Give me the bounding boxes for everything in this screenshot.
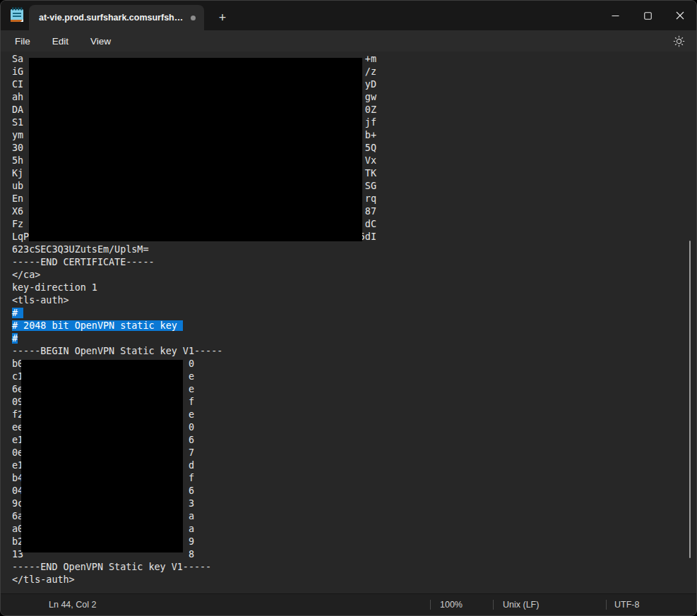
line-ending-type: Unix (LF) (503, 600, 539, 610)
statusbar-divider (493, 600, 494, 610)
minimize-icon (612, 12, 619, 20)
code-line: -----END CERTIFICATE----- (12, 256, 376, 269)
tab-active[interactable]: at-vie.prod.surfshark.comsurfshark (29, 5, 204, 30)
code-line: # 2048 bit OpenVPN static key (12, 320, 376, 332)
statusbar-divider (606, 600, 607, 610)
statusbar-divider (430, 600, 431, 610)
code-line: -----BEGIN OpenVPN Static key V1----- (12, 345, 376, 358)
vertical-scrollbar-thumb[interactable] (689, 241, 691, 558)
menu-item-view[interactable]: View (83, 33, 118, 49)
code-line: <tls-auth> (12, 294, 376, 307)
code-line: # (12, 332, 376, 345)
encoding: UTF-8 (614, 600, 639, 610)
code-line: -----END OpenVPN Static key V1----- (12, 561, 376, 574)
unsaved-dot (191, 16, 196, 20)
minimize-button[interactable] (599, 1, 631, 30)
maximize-button[interactable] (631, 1, 664, 30)
menubar: File Edit View (1, 30, 696, 52)
code-line: </ca> (12, 269, 376, 282)
selected-text: # (12, 333, 18, 344)
notepad-window: at-vie.prod.surfshark.comsurfshark + (0, 0, 697, 616)
code-line: </tls-auth> (12, 574, 376, 586)
selected-text: # 2048 bit OpenVPN static key (12, 320, 183, 331)
notepad-icon (9, 6, 25, 25)
new-tab-button[interactable]: + (211, 8, 234, 28)
gear-icon (673, 35, 685, 47)
menu-item-file[interactable]: File (8, 33, 37, 49)
plus-icon: + (219, 11, 227, 24)
zoom-level: 100% (440, 600, 463, 610)
settings-button[interactable] (668, 32, 689, 50)
code-line: # (12, 307, 376, 320)
close-icon (676, 11, 684, 20)
redaction-box-static-key (21, 360, 183, 552)
statusbar: Ln 44, Col 2 100% Unix (LF) UTF-8 (1, 593, 696, 615)
close-button[interactable] (664, 1, 696, 30)
cursor-position: Ln 44, Col 2 (49, 600, 96, 610)
tab-title: at-vie.prod.surfshark.comsurfshark (39, 13, 185, 23)
text-editor[interactable]: Sa +miG /zCI yDah (1, 52, 696, 593)
code-line: 623cSEC3Q3UZutsEm/UplsM= (12, 243, 376, 256)
selected-text: # (12, 308, 23, 318)
titlebar: at-vie.prod.surfshark.comsurfshark + (1, 1, 696, 30)
menu-item-edit[interactable]: Edit (45, 33, 76, 49)
maximize-icon (644, 12, 652, 20)
caption-buttons (599, 1, 696, 30)
code-line: key-direction 1 (12, 282, 376, 294)
redaction-box-certificate (29, 58, 362, 241)
